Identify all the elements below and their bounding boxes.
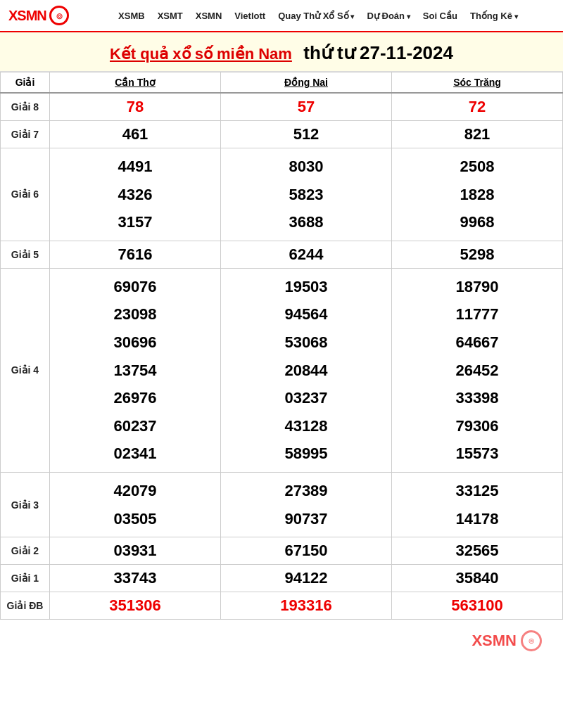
nav-quaythu[interactable]: Quay Thử Xổ Số (275, 9, 357, 23)
nav-thongKe[interactable]: Thống Kê (467, 9, 521, 23)
prize-value-multi: 18790117776466726452333987930615573 (392, 268, 563, 472)
page-date: thứ tư 27-11-2024 (303, 42, 453, 63)
prize-label: Giải 8 (1, 93, 50, 121)
table-row: Giải 8785772 (1, 93, 563, 121)
footer: XSMN ◎ (0, 620, 563, 662)
prize-value: 351306 (50, 592, 221, 620)
prize-value: 6244 (221, 241, 392, 268)
prize-label: Giải ĐB (1, 592, 50, 620)
prize-value-multi: 2738990737 (221, 472, 392, 537)
prize-label: Giải 3 (1, 472, 50, 537)
prize-label: Giải 5 (1, 241, 50, 268)
col-header-soctrang: Sóc Trăng (392, 72, 563, 94)
logo[interactable]: XSMN ◎ (8, 6, 69, 25)
prize-value-multi: 449143263157 (50, 148, 221, 241)
table-header: Giải Cần Thơ Đồng Nai Sóc Trăng (1, 72, 563, 94)
table-row-multi: Giải 64491432631578030582336882508182899… (1, 148, 563, 241)
table-row: Giải 5761662445298 (1, 241, 563, 268)
footer-logo-icon: ◎ (521, 630, 542, 651)
table-row-multi: Giải 3420790350527389907373312514178 (1, 472, 563, 537)
nav-xsmn[interactable]: XSMN (193, 9, 225, 23)
prize-value: 57 (221, 93, 392, 121)
table-row: Giải 2039316715032565 (1, 537, 563, 565)
prize-value: 32565 (392, 537, 563, 565)
prize-value: 7616 (50, 241, 221, 268)
prize-value: 35840 (392, 565, 563, 592)
prize-value: 78 (50, 93, 221, 121)
prize-value-multi: 3312514178 (392, 472, 563, 537)
nav-xsmt[interactable]: XSMT (155, 9, 186, 23)
prize-value: 67150 (221, 537, 392, 565)
table-row: Giải ĐB351306193316563100 (1, 592, 563, 620)
col-header-giai: Giải (1, 72, 50, 94)
prize-label: Giải 1 (1, 565, 50, 592)
prize-label: Giải 2 (1, 537, 50, 565)
prize-value: 821 (392, 121, 563, 148)
prize-value: 94122 (221, 565, 392, 592)
navbar: XSMN ◎ XSMB XSMT XSMN Vietlott Quay Thử … (0, 0, 563, 32)
col-header-cantho: Cần Thơ (50, 72, 221, 94)
table-row: Giải 7461512821 (1, 121, 563, 148)
prize-value-multi: 803058233688 (221, 148, 392, 241)
logo-text: XSMN (8, 8, 46, 24)
prize-value: 461 (50, 121, 221, 148)
prize-value: 33743 (50, 565, 221, 592)
page-header: Kết quả xổ số miền Nam thứ tư 27-11-2024 (0, 32, 563, 72)
prize-label: Giải 4 (1, 268, 50, 472)
nav-duDoan[interactable]: Dự Đoán (365, 9, 413, 23)
footer-logo: XSMN ◎ (472, 630, 542, 651)
prize-value: 193316 (221, 592, 392, 620)
page-title: Kết quả xổ số miền Nam (110, 45, 292, 63)
prize-value: 03931 (50, 537, 221, 565)
footer-logo-text: XSMN (472, 632, 517, 650)
prize-value-multi: 69076230983069613754269766023702341 (50, 268, 221, 472)
col-header-dongnai: Đồng Nai (221, 72, 392, 94)
nav-soiCau[interactable]: Soi Cầu (420, 9, 460, 23)
prize-value: 5298 (392, 241, 563, 268)
prize-label: Giải 7 (1, 121, 50, 148)
prize-value: 563100 (392, 592, 563, 620)
prize-value-multi: 19503945645306820844032374312858995 (221, 268, 392, 472)
prize-value-multi: 250818289968 (392, 148, 563, 241)
table-row-multi: Giải 46907623098306961375426976602370234… (1, 268, 563, 472)
table-row: Giải 1337439412235840 (1, 565, 563, 592)
nav-vietlott[interactable]: Vietlott (232, 9, 268, 23)
prize-label: Giải 6 (1, 148, 50, 241)
prize-value-multi: 4207903505 (50, 472, 221, 537)
logo-icon: ◎ (49, 6, 69, 25)
nav-links: XSMB XSMT XSMN Vietlott Quay Thử Xổ Số D… (82, 9, 555, 23)
nav-xsmb[interactable]: XSMB (115, 9, 148, 23)
prize-value: 72 (392, 93, 563, 121)
lottery-table: Giải Cần Thơ Đồng Nai Sóc Trăng Giải 878… (0, 72, 563, 620)
prize-value: 512 (221, 121, 392, 148)
